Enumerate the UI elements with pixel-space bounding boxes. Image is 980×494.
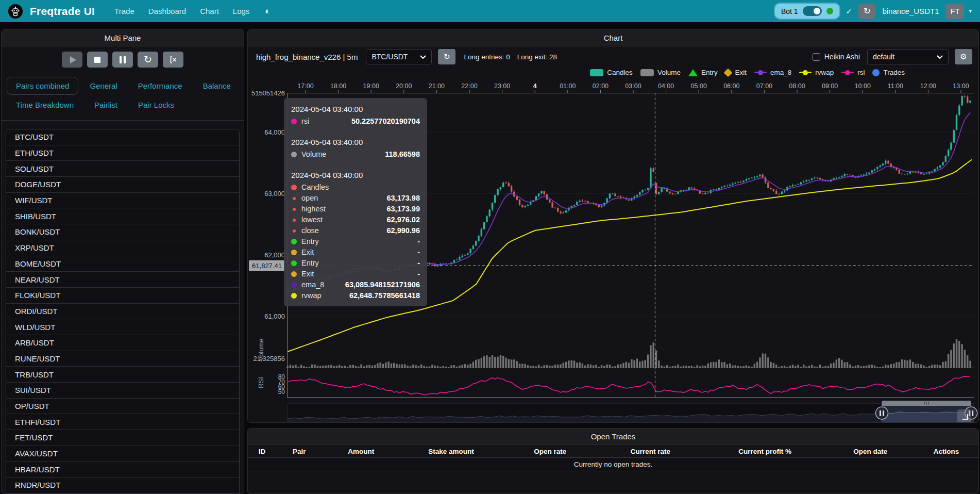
legend-item-ema_8[interactable]: ema_8 [754,69,791,76]
column-header-current-profit-: Current profit % [703,448,827,455]
tab-performance[interactable]: Performance [129,77,192,95]
legend-item-rvwap[interactable]: rvwap [799,69,834,76]
pair-row-btc[interactable]: BTC/USDT [6,129,239,145]
refresh-chart-button[interactable]: ↻ [438,49,455,64]
pair-row-rndr[interactable]: RNDR/USDT [6,477,239,493]
legend-item-exit[interactable]: Exit [725,69,747,76]
svg-text:19:00: 19:00 [363,83,379,90]
tooltip-section: 2024-05-04 03:40:00Volume118.66598 [291,137,420,160]
tooltip-label: lowest [301,215,386,225]
strategy-title: high_frog_binance_v226 | 5m [256,53,358,61]
pair-row-sui[interactable]: SUI/USDT [6,383,239,399]
pair-row-floki[interactable]: FLOKI/USDT [6,288,239,304]
user-menu-caret-icon[interactable]: ▾ [969,8,972,14]
tooltip-label: rvwap [301,290,349,301]
nav-link-trade[interactable]: Trade [114,7,134,15]
legend-item-trades[interactable]: Trades [872,69,905,76]
pair-row-wif[interactable]: WIF/USDT [6,193,239,209]
tab-pairlist[interactable]: Pairlist [85,96,127,114]
multi-pane-title: Multi Pane [2,30,244,46]
tab-pair-locks[interactable]: Pair Locks [129,96,183,114]
main-nav: TradeDashboardChartLogs [114,7,249,15]
nav-link-dashboard[interactable]: Dashboard [148,7,186,15]
pair-row-hbar[interactable]: HBAR/USDT [6,462,239,477]
svg-text:61,827.41: 61,827.41 [252,262,282,270]
legend-label: Entry [701,69,718,76]
theme-toggle-icon[interactable]: ◐ [265,6,270,17]
pair-row-bome[interactable]: BOME/USDT [6,256,239,272]
tab-time-breakdown[interactable]: Time Breakdown [7,96,83,114]
pair-row-trb[interactable]: TRB/USDT [6,367,239,383]
nav-link-logs[interactable]: Logs [233,7,250,15]
legend-item-rsi[interactable]: rsi [841,69,865,76]
svg-text:03:00: 03:00 [625,83,641,90]
tab-balance[interactable]: Balance [194,77,240,95]
tooltip-label: Exit [301,247,417,258]
tooltip-value: 62,976.02 [386,215,420,225]
user-avatar[interactable]: FT [945,4,964,19]
series-dot-icon [291,239,297,244]
legend-item-candles[interactable]: Candles [590,69,633,76]
pause-icon [120,56,126,63]
pair-row-shib[interactable]: SHIB/USDT [6,208,239,224]
tooltip-label: highest [301,204,386,215]
tooltip-row-entry: Entry- [291,236,420,247]
pair-select[interactable]: BTC/USDT [366,49,432,64]
legend-label: Exit [735,69,747,76]
pair-row-near[interactable]: NEAR/USDT [6,272,239,288]
svg-text:06:00: 06:00 [723,83,739,90]
pair-list: BTC/USDTETH/USDTSOL/USDTDOGE/USDTWIF/USD… [6,129,240,494]
bot-selector[interactable]: Bot 1 [775,4,839,19]
pause-bot-button[interactable] [112,52,133,68]
reload-bot-button[interactable]: ↻ [858,4,875,19]
pair-row-bonk[interactable]: BONK/USDT [6,224,239,240]
legend-item-entry[interactable]: Entry [688,69,718,76]
series-dot-icon [291,260,297,266]
reload-icon: ↻ [864,6,871,17]
pair-row-avax[interactable]: AVAX/USDT [6,446,239,462]
svg-text:Volume: Volume [257,338,265,360]
long-entries-count: Long entries: 0 [464,53,510,61]
volume-marker-icon [640,69,654,76]
plot-config-select[interactable]: default [867,49,949,64]
pair-row-ordi[interactable]: ORDI/USDT [6,304,239,320]
multi-pane-panel: Multi Pane ↻ Pairs combinedGeneralPerfor… [1,29,244,494]
pair-row-arb[interactable]: ARB/USDT [6,335,239,351]
legend-item-volume[interactable]: Volume [640,69,681,76]
tooltip-row-highest: highest63,173.99 [291,204,420,215]
tab-pairs-combined[interactable]: Pairs combined [7,77,78,95]
pair-row-wld[interactable]: WLD/USDT [6,319,239,335]
bot-enable-toggle[interactable] [803,6,822,16]
reload-config-button[interactable]: ↻ [138,52,158,68]
column-header-open-rate: Open rate [502,448,598,455]
tab-general[interactable]: General [80,77,126,95]
pair-row-rune[interactable]: RUNE/USDT [6,351,239,367]
svg-text:50: 50 [278,388,285,396]
pair-row-op[interactable]: OP/USDT [6,399,239,415]
tooltip-value: 50.22577020190704 [351,116,420,127]
start-bot-button[interactable] [62,52,82,68]
pair-row-fet[interactable]: FET/USDT [6,430,239,446]
column-header-id: ID [248,448,276,455]
column-header-actions: Actions [914,448,978,455]
ema_8-marker-icon [754,72,767,73]
long-exits-count: Long exit: 28 [517,53,557,61]
pair-row-ethfi[interactable]: ETHFI/USDT [6,414,239,430]
nav-link-chart[interactable]: Chart [200,7,219,15]
pair-row-doge[interactable]: DOGE/USDT [6,177,239,193]
series-dot-icon [291,282,297,288]
forced-exit-button[interactable] [163,52,183,68]
plot-config-value: default [873,53,894,61]
candles-marker-icon [590,69,603,76]
pair-row-xrp[interactable]: XRP/USDT [6,240,239,256]
plot-settings-button[interactable]: ⚙ [955,49,972,64]
pair-row-eth[interactable]: ETH/USDT [6,145,239,161]
app-title: Freqtrade UI [30,5,95,18]
tooltip-row-rsi: rsi50.22577020190704 [291,116,420,127]
heikin-ashi-checkbox[interactable] [813,53,820,61]
tooltip-section: 2024-05-04 03:40:00Candlesopen63,173.98h… [291,170,420,301]
tooltip-value: - [417,258,420,269]
pair-row-sol[interactable]: SOL/USDT [6,161,239,177]
stop-bot-button[interactable] [87,52,108,68]
svg-text:22:00: 22:00 [461,83,477,90]
